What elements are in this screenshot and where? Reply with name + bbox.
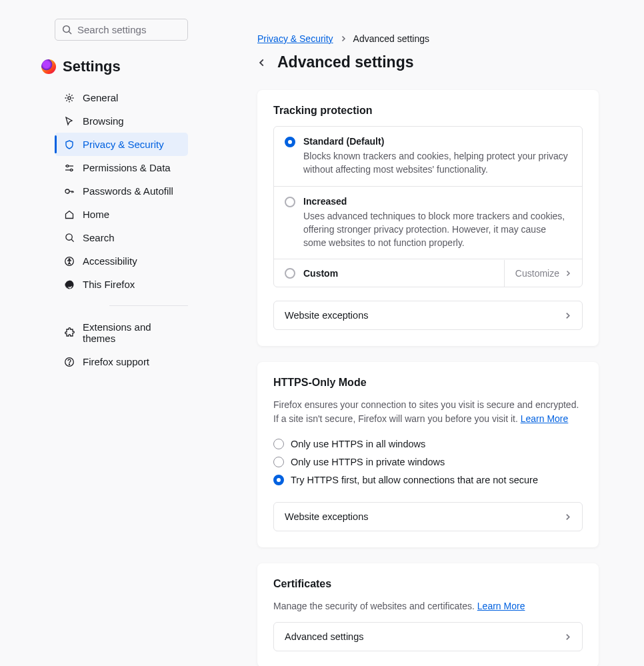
https-option-try-first[interactable]: Try HTTPS first, but allow connections t…	[273, 471, 583, 489]
back-button[interactable]	[257, 58, 267, 67]
search-icon	[62, 25, 72, 35]
chevron-right-icon	[340, 35, 347, 42]
sidebar-item-label: General	[83, 92, 118, 103]
chevron-right-icon	[564, 633, 571, 641]
https-option-all-windows[interactable]: Only use HTTPS in all windows	[273, 435, 583, 453]
radio-unselected-icon	[273, 439, 284, 449]
sidebar-item-label: Browsing	[83, 115, 124, 127]
sidebar-item-general[interactable]: General	[55, 86, 188, 109]
svg-point-7	[65, 189, 69, 193]
brand-title: Settings	[0, 54, 201, 83]
svg-point-6	[70, 169, 72, 171]
key-icon	[64, 186, 75, 197]
sidebar-item-label: Permissions & Data	[83, 162, 171, 173]
option-description: Blocks known trackers and cookies, helpi…	[303, 149, 571, 177]
puzzle-icon	[64, 327, 75, 338]
option-title: Increased	[303, 196, 571, 207]
option-description: Uses advanced techniques to block more t…	[303, 209, 571, 250]
sidebar-item-firefox-support[interactable]: Firefox support	[55, 350, 188, 373]
sidebar-item-label: Passwords & Autofill	[83, 185, 173, 197]
search-icon	[64, 233, 75, 243]
chevron-right-icon	[564, 513, 571, 521]
option-title: Standard (Default)	[303, 136, 571, 147]
option-label: Only use HTTPS in private windows	[291, 457, 445, 467]
customize-button[interactable]: Customize	[504, 260, 582, 287]
sidebar-item-privacy-security[interactable]: Privacy & Security	[55, 133, 188, 156]
sidebar-item-label: Search	[83, 232, 115, 243]
tracking-option-increased[interactable]: Increased Uses advanced techniques to bl…	[274, 187, 582, 260]
https-description: Firefox ensures your connection to sites…	[273, 398, 583, 425]
sidebar-item-accessibility[interactable]: Accessibility	[55, 249, 188, 273]
radio-unselected-icon	[273, 457, 284, 467]
main-content: Privacy & Security Advanced settings Adv…	[201, 0, 644, 666]
tracking-protection-card: Tracking protection Standard (Default) B…	[257, 90, 599, 346]
sidebar-item-label: Accessibility	[83, 255, 137, 267]
radio-unselected-icon	[285, 197, 295, 207]
search-input[interactable]	[77, 24, 204, 35]
tracking-option-custom[interactable]: Custom Customize	[274, 259, 582, 287]
certs-advanced-settings-button[interactable]: Advanced settings	[273, 622, 583, 651]
sidebar-divider	[109, 305, 188, 306]
accessibility-icon	[64, 256, 75, 267]
cursor-icon	[64, 116, 75, 127]
breadcrumb: Privacy & Security Advanced settings	[257, 33, 599, 44]
svg-point-2	[68, 96, 71, 99]
svg-point-5	[66, 165, 68, 167]
certs-description: Manage the security of websites and cert…	[273, 599, 583, 613]
firefox-logo-icon	[41, 59, 56, 74]
firefox-icon	[64, 279, 75, 290]
svg-line-12	[71, 239, 73, 241]
sidebar-item-search[interactable]: Search	[55, 226, 188, 249]
page-title: Advanced settings	[277, 53, 414, 71]
chevron-right-icon	[564, 312, 571, 319]
option-label: Only use HTTPS in all windows	[291, 439, 425, 449]
option-label: Try HTTPS first, but allow connections t…	[291, 475, 538, 485]
https-heading: HTTPS-Only Mode	[273, 377, 583, 389]
sidebar-item-label: Privacy & Security	[83, 139, 164, 150]
sidebar-item-label: This Firefox	[83, 279, 135, 290]
sidebar-item-home[interactable]: Home	[55, 203, 188, 226]
tracking-website-exceptions-button[interactable]: Website exceptions	[273, 301, 583, 330]
svg-point-16	[69, 364, 69, 365]
sidebar-item-extensions-themes[interactable]: Extensions and themes	[55, 315, 188, 350]
svg-point-14	[69, 259, 70, 260]
tracking-heading: Tracking protection	[273, 105, 583, 117]
learn-more-link[interactable]: Learn More	[477, 601, 525, 611]
sliders-icon	[64, 163, 75, 173]
sidebar-item-label: Extensions and themes	[83, 321, 179, 344]
radio-selected-icon	[273, 475, 284, 485]
certificates-card: Certificates Manage the security of webs…	[257, 563, 599, 666]
svg-line-1	[69, 31, 71, 34]
learn-more-link[interactable]: Learn More	[521, 413, 569, 424]
radio-unselected-icon	[285, 268, 295, 279]
option-title: Custom	[303, 268, 338, 279]
sidebar: Settings General Browsing Privacy & Secu…	[0, 0, 201, 666]
sidebar-item-passwords-autofill[interactable]: Passwords & Autofill	[55, 179, 188, 203]
certs-heading: Certificates	[273, 578, 583, 590]
gear-icon	[64, 93, 75, 103]
sidebar-item-permissions-data[interactable]: Permissions & Data	[55, 156, 188, 179]
sidebar-item-this-firefox[interactable]: This Firefox	[55, 273, 188, 296]
svg-point-0	[63, 26, 70, 33]
https-only-card: HTTPS-Only Mode Firefox ensures your con…	[257, 362, 599, 547]
chevron-right-icon	[565, 270, 571, 277]
https-option-private-windows[interactable]: Only use HTTPS in private windows	[273, 453, 583, 471]
breadcrumb-parent-link[interactable]: Privacy & Security	[257, 33, 333, 44]
shield-icon	[64, 139, 75, 150]
breadcrumb-current: Advanced settings	[353, 33, 429, 44]
radio-selected-icon	[285, 137, 295, 147]
search-box[interactable]	[55, 19, 188, 41]
sidebar-item-browsing[interactable]: Browsing	[55, 109, 188, 133]
home-icon	[64, 209, 75, 220]
sidebar-item-label: Home	[83, 209, 109, 220]
svg-point-11	[65, 234, 71, 240]
help-icon	[64, 357, 75, 367]
sidebar-item-label: Firefox support	[83, 356, 149, 367]
https-website-exceptions-button[interactable]: Website exceptions	[273, 502, 583, 531]
tracking-option-standard[interactable]: Standard (Default) Blocks known trackers…	[274, 127, 582, 187]
